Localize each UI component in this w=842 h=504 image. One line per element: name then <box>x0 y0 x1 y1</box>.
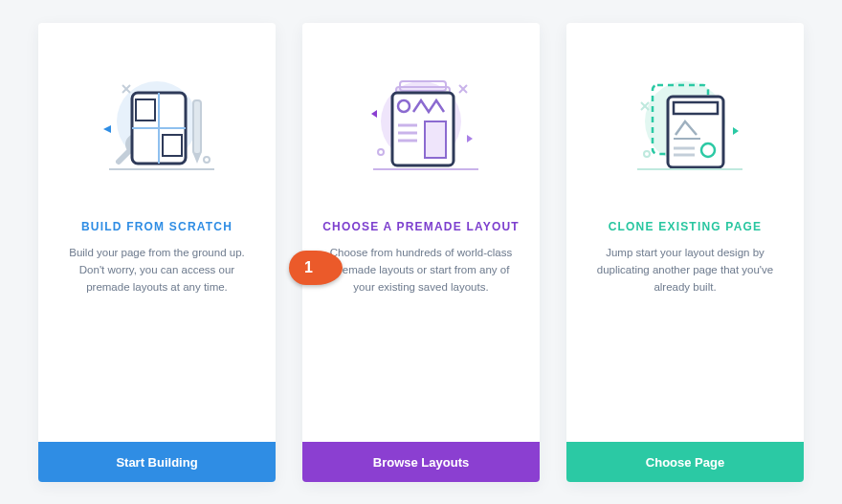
card-title: CHOOSE A PREMADE LAYOUT <box>322 220 520 233</box>
svg-point-27 <box>378 149 384 155</box>
svg-point-40 <box>644 151 650 157</box>
choose-page-button[interactable]: Choose Page <box>566 442 804 482</box>
illustration-clone <box>566 23 804 214</box>
start-building-button[interactable]: Start Building <box>38 442 276 482</box>
svg-marker-23 <box>371 110 377 118</box>
card-title: BUILD FROM SCRATCH <box>81 220 233 233</box>
card-title: CLONE EXISTING PAGE <box>609 220 763 233</box>
svg-marker-37 <box>733 127 739 135</box>
svg-marker-24 <box>467 135 473 142</box>
illustration-premade <box>302 23 540 214</box>
svg-marker-8 <box>193 154 201 164</box>
svg-point-12 <box>204 157 210 163</box>
card-description: Build your page from the ground up. Don'… <box>38 245 276 296</box>
card-row: BUILD FROM SCRATCH Build your page from … <box>0 0 842 499</box>
svg-marker-9 <box>103 125 111 133</box>
card-clone-page: CLONE EXISTING PAGE Jump start your layo… <box>566 23 804 482</box>
browse-layouts-button[interactable]: Browse Layouts <box>302 442 540 482</box>
svg-rect-22 <box>425 121 446 158</box>
card-build-from-scratch: BUILD FROM SCRATCH Build your page from … <box>38 23 276 482</box>
annotation-marker-1: 1 <box>289 251 343 285</box>
card-premade-layout: 1 <box>302 23 540 482</box>
card-description: Jump start your layout design by duplica… <box>566 245 804 296</box>
svg-rect-7 <box>193 100 201 154</box>
illustration-build <box>38 23 276 214</box>
